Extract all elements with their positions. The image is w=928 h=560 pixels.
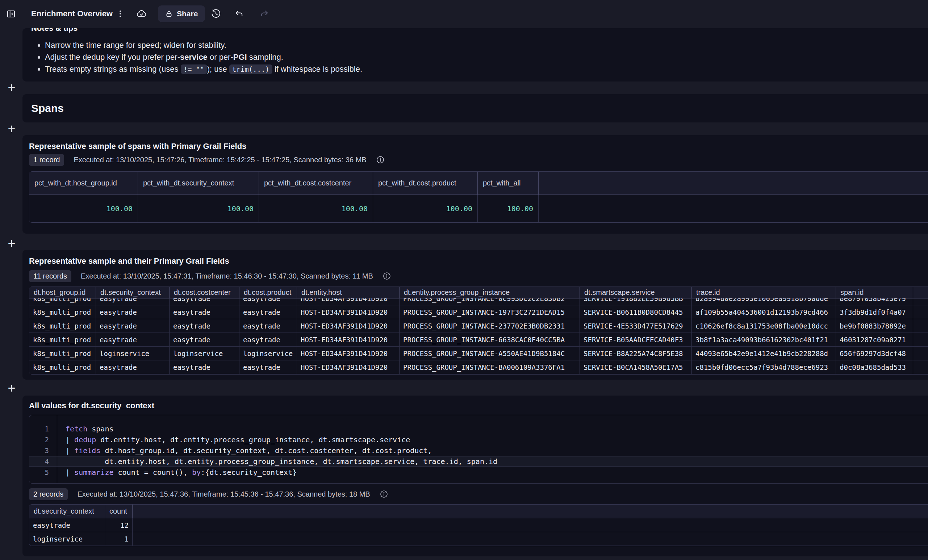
table-cell: SERVICE-B05AADCFECAD40F3 bbox=[580, 333, 692, 346]
column-header[interactable]: span.id bbox=[836, 287, 913, 298]
table-row: k8s_multi_prodeasytradeeasytradeeasytrad… bbox=[29, 305, 928, 319]
table-cell: 12 bbox=[105, 518, 133, 532]
table-row: k8s_multi_prodeasytradeeasytradeeasytrad… bbox=[29, 360, 928, 374]
add-section-button[interactable]: + bbox=[5, 81, 18, 94]
table-cell: k8s_multi_prod bbox=[29, 319, 96, 333]
line-number: 1 bbox=[29, 423, 57, 434]
share-button[interactable]: Share bbox=[158, 5, 205, 22]
column-header[interactable]: dt.cost.product bbox=[240, 287, 297, 298]
table-cell: easytrade bbox=[169, 333, 240, 346]
column-header[interactable]: dt.entity.host bbox=[297, 287, 400, 298]
notes-card: Notes & tips Narrow the time range for s… bbox=[23, 28, 928, 81]
collapse-sidebar-button[interactable] bbox=[6, 9, 16, 19]
table-row: k8s_multi_prodeasytradeeasytradeeasytrad… bbox=[29, 333, 928, 346]
column-header[interactable]: pct_with_dt.cost.product bbox=[373, 172, 478, 195]
execution-meta: Executed at: 13/10/2025, 15:47:31, Timef… bbox=[81, 272, 373, 280]
table-row: loginservice1 bbox=[29, 532, 928, 546]
column-header[interactable]: dt.security_context bbox=[96, 287, 169, 298]
table-row: k8s_multi_prodloginserviceloginservicelo… bbox=[29, 346, 928, 360]
table-cell: HOST-ED34AF391D41D920 bbox=[297, 333, 400, 346]
column-header[interactable]: pct_with_all bbox=[478, 172, 539, 195]
sync-status-button[interactable] bbox=[136, 8, 147, 20]
column-header[interactable]: dt.smartscape.service bbox=[580, 287, 692, 298]
column-header[interactable]: trace.id bbox=[692, 287, 836, 298]
spans-heading: Spans bbox=[23, 102, 64, 114]
column-header[interactable]: dt.cost.costcenter bbox=[169, 287, 240, 298]
execution-meta: Executed at: 13/10/2025, 15:47:36, Timef… bbox=[77, 490, 370, 498]
table-row: 100.00100.00100.00100.00100.00 bbox=[29, 195, 928, 223]
dql-keyword: by bbox=[192, 468, 201, 477]
header-filler bbox=[539, 172, 928, 195]
cloud-check-icon bbox=[136, 8, 147, 19]
table-row: k8s_multi_prodeasytradeeasytradeeasytrad… bbox=[29, 319, 928, 333]
table-cell: k8s_multi_prod bbox=[29, 346, 96, 360]
table-cell: PROCESS_GROUP_INSTANCE-BA006109A3376FA1 bbox=[400, 360, 580, 374]
table-cell: 100.00 bbox=[138, 195, 259, 222]
table-cell: easytrade bbox=[240, 360, 297, 374]
gutter-divider bbox=[57, 415, 57, 483]
info-icon[interactable] bbox=[380, 490, 388, 498]
version-history-button[interactable] bbox=[210, 8, 222, 20]
table-cell: 656f69297d3dcf48 bbox=[836, 346, 913, 360]
table-cell: loginservice bbox=[29, 532, 105, 546]
add-section-button[interactable]: + bbox=[5, 122, 18, 136]
dql-query-editor[interactable]: 1fetch spans2| dedup dt.entity.host, dt.… bbox=[29, 415, 928, 484]
note-bullet: Treats empty strings as missing (uses !=… bbox=[45, 63, 928, 75]
results-table: pct_with_dt.host_group.idpct_with_dt.sec… bbox=[29, 171, 928, 223]
line-number: 4 bbox=[29, 456, 57, 467]
table-cell: HOST-ED34AF391D41D920 bbox=[297, 305, 400, 319]
info-icon[interactable] bbox=[383, 272, 391, 280]
code-line: 1fetch spans bbox=[29, 423, 928, 434]
table-cell: k8s_multi_prod bbox=[29, 360, 96, 374]
more-options-button[interactable] bbox=[115, 9, 125, 19]
add-section-button[interactable]: + bbox=[5, 382, 18, 395]
table-cell: easytrade bbox=[96, 333, 169, 346]
table-cell: 3b8f1a3aca49093b66162302bc401f21 bbox=[692, 333, 836, 346]
table-cell: HOST-ED34AF391D41D920 bbox=[297, 346, 400, 360]
results-table: dt.host_group.iddt.security_contextdt.co… bbox=[29, 287, 928, 375]
redo-button[interactable] bbox=[259, 9, 270, 19]
column-header[interactable]: dt.security_context bbox=[29, 505, 105, 518]
table-cell: easytrade bbox=[29, 518, 105, 532]
table-cell: HOST-ED34AF391D41D920 bbox=[297, 319, 400, 333]
table-cell: SERVICE-B0611B0D80CD8445 bbox=[580, 305, 692, 319]
column-header[interactable]: pct_with_dt.host_group.id bbox=[29, 172, 138, 195]
code-line: 2| dedup dt.entity.host, dt.entity.proce… bbox=[29, 434, 928, 445]
column-header[interactable]: pct_with_dt.cost.costcenter bbox=[259, 172, 373, 195]
dql-keyword: summarize bbox=[74, 468, 113, 477]
table-cell: 100.00 bbox=[29, 195, 138, 222]
table-cell: k8s_multi_prod bbox=[29, 333, 96, 346]
execution-meta: Executed at: 13/10/2025, 15:47:26, Timef… bbox=[73, 156, 366, 164]
table-cell: loginservice bbox=[96, 346, 169, 360]
table-cell: easytrade bbox=[96, 305, 169, 319]
info-icon[interactable] bbox=[376, 156, 385, 164]
record-count-badge: 1 record bbox=[29, 154, 64, 166]
column-header[interactable]: count bbox=[105, 505, 133, 518]
table-cell: be9bf0883b78892e bbox=[836, 319, 913, 333]
section-title: Representative sample and their Primary … bbox=[29, 256, 229, 266]
header-filler bbox=[133, 505, 928, 518]
inline-code: trim(...) bbox=[229, 64, 272, 74]
share-button-label: Share bbox=[177, 9, 198, 18]
table-cell: easytrade bbox=[96, 360, 169, 374]
sample-rows-card: Representative sample and their Primary … bbox=[23, 250, 928, 380]
column-header[interactable]: dt.host_group.id bbox=[29, 287, 96, 298]
add-section-button[interactable]: + bbox=[5, 237, 18, 250]
undo-button[interactable] bbox=[234, 9, 244, 19]
security-context-card: All values for dt.security_context 1fetc… bbox=[23, 395, 928, 556]
table-cell: easytrade bbox=[169, 360, 240, 374]
column-header[interactable]: pct_with_dt.security_context bbox=[138, 172, 259, 195]
redo-icon bbox=[259, 9, 270, 19]
results-table: dt.security_contextcounteasytrade12login… bbox=[29, 504, 928, 546]
table-cell: d0c08a3685dad533 bbox=[836, 360, 913, 374]
notebook-window: Enrichment Overview Share bbox=[0, 0, 928, 560]
column-header[interactable]: dt.entity.process_group_instance bbox=[400, 287, 580, 298]
table-cell: easytrade bbox=[96, 319, 169, 333]
kebab-menu-icon bbox=[116, 9, 125, 18]
table-cell: af109b55a404536001d12193b79cd466 bbox=[692, 305, 836, 319]
table-cell: easytrade bbox=[240, 333, 297, 346]
note-bullet: Narrow the time range for speed; widen f… bbox=[45, 39, 928, 51]
dql-keyword: fields bbox=[74, 446, 100, 455]
table-cell: 46031287c09a0271 bbox=[836, 333, 913, 346]
notes-list: Narrow the time range for speed; widen f… bbox=[31, 39, 928, 75]
